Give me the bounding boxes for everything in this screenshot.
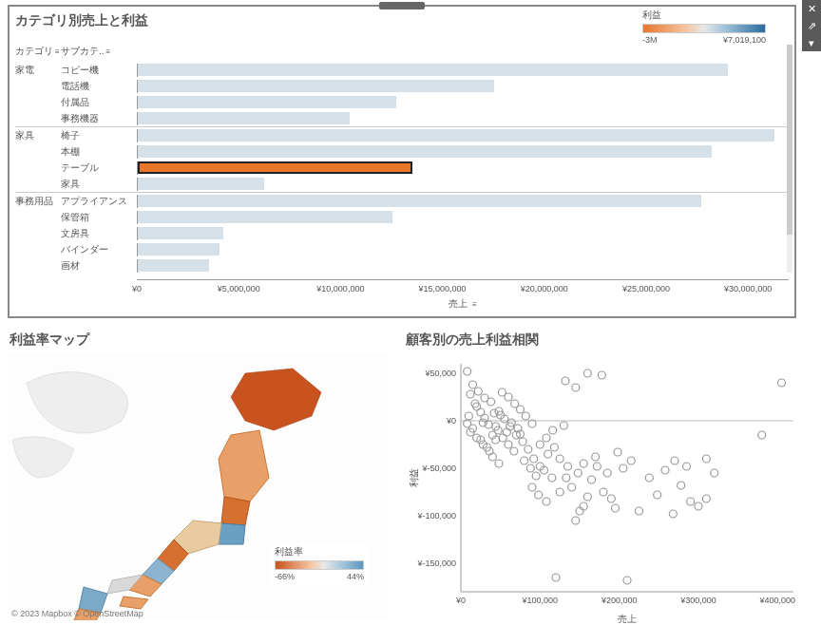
drag-handle[interactable] <box>379 2 425 9</box>
scatter-point[interactable] <box>519 438 526 445</box>
scatter-point[interactable] <box>593 463 601 470</box>
scatter-point[interactable] <box>669 510 677 518</box>
bar-row[interactable]: アプライアンス <box>61 193 789 209</box>
bar-row[interactable]: 家具 <box>61 176 789 192</box>
scatter-chart[interactable]: ¥50,000¥0¥-50,000¥-100,000¥-150,000¥0¥10… <box>404 354 803 630</box>
scatter-point[interactable] <box>711 469 718 477</box>
bar[interactable] <box>138 227 223 239</box>
scatter-point[interactable] <box>627 457 635 464</box>
scatter-point[interactable] <box>548 474 556 482</box>
bar-row[interactable]: 保管箱 <box>61 209 789 225</box>
scatter-point[interactable] <box>465 412 472 420</box>
scatter-point[interactable] <box>583 369 591 377</box>
scatter-point[interactable] <box>645 474 653 482</box>
scatter-point[interactable] <box>702 455 710 463</box>
close-icon[interactable]: ✕ <box>802 0 821 17</box>
scatter-point[interactable] <box>467 390 474 398</box>
scatter-point[interactable] <box>583 493 591 501</box>
scatter-point[interactable] <box>521 457 528 464</box>
scatter-point[interactable] <box>487 398 495 406</box>
scatter-point[interactable] <box>464 368 471 375</box>
scatter-point[interactable] <box>505 441 512 448</box>
share-icon[interactable]: ⇗ <box>802 17 821 34</box>
bar[interactable] <box>138 129 774 142</box>
scatter-point[interactable] <box>654 491 661 499</box>
map-chart[interactable]: 利益率 -66% 44% © 2023 Mapbox © OpenStreetM… <box>8 354 388 620</box>
scatter-point[interactable] <box>469 381 477 388</box>
bar-row[interactable]: 文房具 <box>61 225 789 241</box>
scatter-point[interactable] <box>544 450 552 458</box>
bar[interactable] <box>138 96 396 108</box>
bar-row[interactable]: 事務機器 <box>61 110 789 126</box>
scatter-point[interactable] <box>543 434 550 442</box>
scatter-point[interactable] <box>525 445 532 453</box>
scatter-point[interactable] <box>574 469 582 477</box>
scatter-point[interactable] <box>535 491 543 499</box>
scatter-point[interactable] <box>550 444 558 451</box>
bar[interactable] <box>138 243 220 256</box>
scatter-point[interactable] <box>683 463 691 470</box>
scatter-point[interactable] <box>687 498 695 505</box>
scatter-point[interactable] <box>560 422 567 429</box>
scatter-point[interactable] <box>592 453 600 461</box>
scatter-point[interactable] <box>614 448 621 456</box>
scatter-point[interactable] <box>549 426 557 434</box>
header-subcategory[interactable]: サブカテ..≡ <box>61 45 137 58</box>
scatter-point[interactable] <box>477 408 485 416</box>
header-category[interactable]: カテゴリ≡ <box>15 45 61 58</box>
bar[interactable] <box>138 112 350 124</box>
scatter-point[interactable] <box>526 464 534 472</box>
bar[interactable] <box>138 178 264 190</box>
scatter-point[interactable] <box>563 474 570 482</box>
scatter-point[interactable] <box>572 517 580 524</box>
bar-row[interactable]: 画材 <box>61 257 789 274</box>
scatter-point[interactable] <box>543 498 550 505</box>
bar-row[interactable]: 椅子 <box>61 127 789 143</box>
scatter-point[interactable] <box>600 488 607 496</box>
scatter-point[interactable] <box>620 464 627 472</box>
scatter-point[interactable] <box>556 488 563 496</box>
bar-row[interactable]: 本棚 <box>61 143 789 160</box>
scatter-point[interactable] <box>556 455 563 463</box>
scatter-point[interactable] <box>636 507 643 515</box>
scatter-point[interactable] <box>661 466 669 474</box>
scatter-point[interactable] <box>517 406 525 413</box>
scatter-point[interactable] <box>530 455 538 463</box>
scatter-point[interactable] <box>588 476 596 483</box>
scatter-point[interactable] <box>488 453 496 461</box>
scatter-point[interactable] <box>474 388 482 395</box>
scatter-point[interactable] <box>678 482 685 489</box>
scatter-point[interactable] <box>758 431 766 439</box>
scatter-point[interactable] <box>598 371 605 379</box>
scatter-point[interactable] <box>607 495 615 502</box>
scatter-point[interactable] <box>503 428 510 436</box>
bar-row[interactable]: バインダー <box>61 241 789 257</box>
bar-row[interactable]: テーブル <box>61 160 789 176</box>
scatter-point[interactable] <box>528 483 536 491</box>
scatter-point[interactable] <box>568 483 576 491</box>
bar[interactable] <box>138 80 494 92</box>
scatter-point[interactable] <box>580 502 587 510</box>
scatter-point[interactable] <box>532 472 540 480</box>
scatter-point[interactable] <box>576 507 583 515</box>
bar[interactable] <box>138 161 412 174</box>
bar[interactable] <box>138 64 728 76</box>
scatter-point[interactable] <box>702 495 710 502</box>
scatter-point[interactable] <box>603 469 611 477</box>
filter-icon[interactable]: ▾ <box>802 34 821 51</box>
scatter-point[interactable] <box>522 412 529 420</box>
scatter-point[interactable] <box>671 457 678 464</box>
scatter-point[interactable] <box>572 384 580 391</box>
scatter-point[interactable] <box>536 441 544 448</box>
bar-row[interactable]: 電話機 <box>61 78 789 94</box>
bar[interactable] <box>138 195 701 207</box>
scatter-point[interactable] <box>623 577 631 584</box>
scatter-point[interactable] <box>612 504 620 512</box>
scatter-point[interactable] <box>778 379 786 387</box>
scatter-point[interactable] <box>505 393 512 401</box>
scatter-point[interactable] <box>580 460 587 467</box>
scatter-point[interactable] <box>495 460 503 467</box>
bar[interactable] <box>138 259 209 272</box>
scatter-point[interactable] <box>562 377 569 385</box>
bar[interactable] <box>138 145 712 158</box>
